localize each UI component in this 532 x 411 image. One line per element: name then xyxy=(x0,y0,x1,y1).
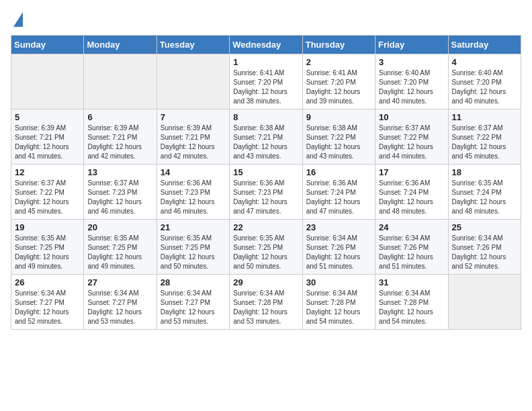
sunset-text: Sunset: 7:25 PM xyxy=(15,243,80,253)
sunset-text: Sunset: 7:23 PM xyxy=(233,188,298,197)
day-number: 15 xyxy=(233,167,298,177)
sunrise-text: Sunrise: 6:39 AM xyxy=(15,124,80,133)
day-info: Sunrise: 6:35 AMSunset: 7:24 PMDaylight:… xyxy=(452,179,517,216)
sunset-text: Sunset: 7:21 PM xyxy=(15,133,80,142)
sunset-text: Sunset: 7:26 PM xyxy=(379,243,444,253)
sunrise-text: Sunrise: 6:36 AM xyxy=(379,179,444,188)
day-number: 13 xyxy=(87,167,152,177)
day-number: 31 xyxy=(379,277,444,287)
sunset-text: Sunset: 7:28 PM xyxy=(379,298,444,308)
day-info: Sunrise: 6:35 AMSunset: 7:25 PMDaylight:… xyxy=(161,234,226,271)
sunset-text: Sunset: 7:22 PM xyxy=(306,133,371,142)
day-cell: 30Sunrise: 6:34 AMSunset: 7:28 PMDayligh… xyxy=(302,275,375,330)
day-info: Sunrise: 6:41 AMSunset: 7:20 PMDaylight:… xyxy=(306,68,371,106)
day-cell: 1Sunrise: 6:41 AMSunset: 7:20 PMDaylight… xyxy=(230,54,302,109)
day-cell xyxy=(157,54,229,109)
daylight-text: Daylight: 12 hours and 49 minutes. xyxy=(87,253,152,271)
sunset-text: Sunset: 7:24 PM xyxy=(452,188,517,197)
day-number: 29 xyxy=(233,277,298,287)
week-row-3: 12Sunrise: 6:37 AMSunset: 7:22 PMDayligh… xyxy=(11,165,521,220)
sunset-text: Sunset: 7:20 PM xyxy=(452,78,517,87)
sunrise-text: Sunrise: 6:34 AM xyxy=(379,234,444,243)
sunset-text: Sunset: 7:20 PM xyxy=(233,78,298,87)
week-row-4: 19Sunrise: 6:35 AMSunset: 7:25 PMDayligh… xyxy=(11,220,521,275)
day-number: 30 xyxy=(306,277,371,287)
logo-triangle-icon xyxy=(13,12,23,27)
daylight-text: Daylight: 12 hours and 50 minutes. xyxy=(161,253,226,271)
week-row-2: 5Sunrise: 6:39 AMSunset: 7:21 PMDaylight… xyxy=(11,109,521,165)
daylight-text: Daylight: 12 hours and 46 minutes. xyxy=(87,197,152,216)
sunrise-text: Sunrise: 6:38 AM xyxy=(233,124,298,133)
col-header-friday: Friday xyxy=(375,36,448,54)
sunset-text: Sunset: 7:23 PM xyxy=(161,188,226,197)
day-number: 24 xyxy=(379,222,444,232)
day-cell: 12Sunrise: 6:37 AMSunset: 7:22 PMDayligh… xyxy=(11,165,84,220)
day-cell: 8Sunrise: 6:38 AMSunset: 7:21 PMDaylight… xyxy=(230,109,302,165)
day-info: Sunrise: 6:35 AMSunset: 7:25 PMDaylight:… xyxy=(233,234,298,271)
daylight-text: Daylight: 12 hours and 53 minutes. xyxy=(87,308,152,326)
day-info: Sunrise: 6:34 AMSunset: 7:26 PMDaylight:… xyxy=(452,234,517,271)
day-cell: 2Sunrise: 6:41 AMSunset: 7:20 PMDaylight… xyxy=(302,54,375,109)
day-cell xyxy=(448,275,521,330)
daylight-text: Daylight: 12 hours and 52 minutes. xyxy=(452,253,517,271)
day-number: 5 xyxy=(15,112,80,122)
daylight-text: Daylight: 12 hours and 48 minutes. xyxy=(452,197,517,216)
sunrise-text: Sunrise: 6:40 AM xyxy=(379,68,444,78)
day-info: Sunrise: 6:36 AMSunset: 7:24 PMDaylight:… xyxy=(306,179,371,216)
daylight-text: Daylight: 12 hours and 43 minutes. xyxy=(233,142,298,161)
daylight-text: Daylight: 12 hours and 41 minutes. xyxy=(15,142,80,161)
daylight-text: Daylight: 12 hours and 52 minutes. xyxy=(15,308,80,326)
sunrise-text: Sunrise: 6:35 AM xyxy=(161,234,226,243)
sunset-text: Sunset: 7:21 PM xyxy=(161,133,226,142)
day-info: Sunrise: 6:34 AMSunset: 7:27 PMDaylight:… xyxy=(15,289,80,326)
day-info: Sunrise: 6:34 AMSunset: 7:27 PMDaylight:… xyxy=(161,289,226,326)
day-info: Sunrise: 6:34 AMSunset: 7:28 PMDaylight:… xyxy=(306,289,371,326)
sunrise-text: Sunrise: 6:35 AM xyxy=(87,234,152,243)
day-cell: 6Sunrise: 6:39 AMSunset: 7:21 PMDaylight… xyxy=(84,109,157,165)
day-cell: 21Sunrise: 6:35 AMSunset: 7:25 PMDayligh… xyxy=(157,220,229,275)
day-info: Sunrise: 6:39 AMSunset: 7:21 PMDaylight:… xyxy=(15,124,80,161)
day-info: Sunrise: 6:37 AMSunset: 7:23 PMDaylight:… xyxy=(87,179,152,216)
day-info: Sunrise: 6:40 AMSunset: 7:20 PMDaylight:… xyxy=(379,68,444,106)
day-cell: 16Sunrise: 6:36 AMSunset: 7:24 PMDayligh… xyxy=(302,165,375,220)
calendar: SundayMondayTuesdayWednesdayThursdayFrid… xyxy=(11,35,521,330)
day-cell: 9Sunrise: 6:38 AMSunset: 7:22 PMDaylight… xyxy=(302,109,375,165)
header xyxy=(11,11,521,27)
day-cell xyxy=(11,54,84,109)
sunset-text: Sunset: 7:24 PM xyxy=(306,188,371,197)
col-header-wednesday: Wednesday xyxy=(230,36,302,54)
day-cell: 17Sunrise: 6:36 AMSunset: 7:24 PMDayligh… xyxy=(375,165,448,220)
day-info: Sunrise: 6:35 AMSunset: 7:25 PMDaylight:… xyxy=(15,234,80,271)
day-cell: 26Sunrise: 6:34 AMSunset: 7:27 PMDayligh… xyxy=(11,275,84,330)
sunset-text: Sunset: 7:22 PM xyxy=(379,133,444,142)
sunset-text: Sunset: 7:22 PM xyxy=(452,133,517,142)
day-info: Sunrise: 6:34 AMSunset: 7:27 PMDaylight:… xyxy=(87,289,152,326)
daylight-text: Daylight: 12 hours and 48 minutes. xyxy=(379,197,444,216)
sunrise-text: Sunrise: 6:38 AM xyxy=(306,124,371,133)
day-number: 25 xyxy=(452,222,517,232)
day-number: 10 xyxy=(379,112,444,122)
daylight-text: Daylight: 12 hours and 51 minutes. xyxy=(306,253,371,271)
day-info: Sunrise: 6:34 AMSunset: 7:28 PMDaylight:… xyxy=(233,289,298,326)
day-number: 23 xyxy=(306,222,371,232)
day-info: Sunrise: 6:38 AMSunset: 7:22 PMDaylight:… xyxy=(306,124,371,161)
sunset-text: Sunset: 7:28 PM xyxy=(306,298,371,308)
day-info: Sunrise: 6:39 AMSunset: 7:21 PMDaylight:… xyxy=(161,124,226,161)
day-number: 14 xyxy=(161,167,226,177)
day-cell: 27Sunrise: 6:34 AMSunset: 7:27 PMDayligh… xyxy=(84,275,157,330)
col-header-sunday: Sunday xyxy=(11,36,84,54)
day-info: Sunrise: 6:34 AMSunset: 7:26 PMDaylight:… xyxy=(379,234,444,271)
sunrise-text: Sunrise: 6:41 AM xyxy=(233,68,298,78)
daylight-text: Daylight: 12 hours and 51 minutes. xyxy=(379,253,444,271)
day-number: 26 xyxy=(15,277,80,287)
day-cell: 5Sunrise: 6:39 AMSunset: 7:21 PMDaylight… xyxy=(11,109,84,165)
sunrise-text: Sunrise: 6:36 AM xyxy=(306,179,371,188)
sunrise-text: Sunrise: 6:39 AM xyxy=(87,124,152,133)
day-info: Sunrise: 6:34 AMSunset: 7:28 PMDaylight:… xyxy=(379,289,444,326)
week-row-1: 1Sunrise: 6:41 AMSunset: 7:20 PMDaylight… xyxy=(11,54,521,109)
daylight-text: Daylight: 12 hours and 42 minutes. xyxy=(161,142,226,161)
day-number: 27 xyxy=(87,277,152,287)
day-number: 20 xyxy=(87,222,152,232)
col-header-saturday: Saturday xyxy=(448,36,521,54)
sunrise-text: Sunrise: 6:34 AM xyxy=(306,234,371,243)
